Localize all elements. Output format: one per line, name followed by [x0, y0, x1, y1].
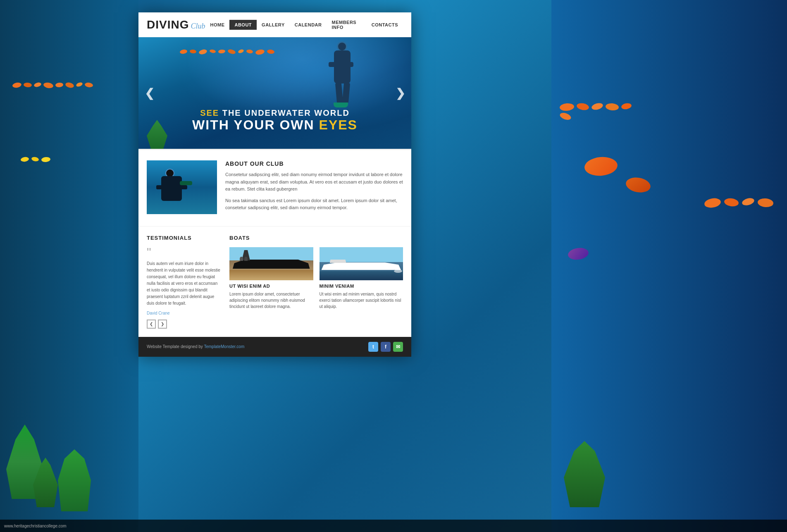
nav-home[interactable]: HOME: [205, 20, 229, 30]
hero-eyes: EYES: [319, 117, 358, 132]
site-nav: HOME ABOUT GALLERY CALENDAR MEMBERS INFO…: [205, 17, 403, 32]
hero-line1-suffix: THE UNDERWATER WORLD: [219, 108, 350, 117]
boat-text-2: Ut wisi enim ad minim veniam, quis nostr…: [320, 291, 403, 310]
logo: DIVING Club: [147, 18, 205, 31]
site-footer: Website Template designed by TemplateMon…: [138, 337, 411, 357]
coral-right-1: [564, 441, 605, 507]
boat-photo-2: [320, 247, 403, 280]
nav-calendar[interactable]: CALENDAR: [290, 20, 327, 30]
about-text-2: No sea takimata sanctus est Lorem ipsum …: [225, 197, 403, 212]
testimonial-author: David Crane: [147, 311, 221, 315]
boats-grid: UT WISI ENIM AD Lorem ipsum dolor amet, …: [229, 247, 403, 310]
about-diver-photo: [147, 160, 217, 214]
coral-left-3: [58, 449, 91, 511]
boat-image-2: [320, 247, 403, 280]
hero-fish: [180, 50, 283, 55]
nav-contacts[interactable]: CONTACTS: [367, 20, 403, 30]
boats-title: BOATS: [229, 235, 403, 241]
about-image-inner: [147, 160, 217, 214]
slider-arrow-right[interactable]: ❯: [396, 86, 405, 100]
social-twitter-icon[interactable]: t: [368, 342, 378, 352]
water-line-2: [320, 271, 403, 280]
testimonials-title: TESTIMONIALS: [147, 235, 221, 241]
boat-people: [240, 257, 248, 261]
nav-gallery[interactable]: GALLERY: [257, 20, 290, 30]
testimonial-nav: ❮ ❯: [147, 320, 221, 329]
bottom-sections: TESTIMONIALS " Duis autem vel eum iriure…: [138, 226, 411, 337]
about-text-1: Consetetur sadipscing elitr, sed diam no…: [225, 171, 403, 193]
logo-diving: DIVING: [147, 18, 189, 31]
site-header: DIVING Club HOME ABOUT GALLERY CALENDAR …: [138, 12, 411, 37]
hero-see: SEE: [200, 108, 219, 117]
nav-about[interactable]: ABOUT: [229, 20, 257, 30]
testimonials-column: TESTIMONIALS " Duis autem vel eum iriure…: [147, 235, 229, 329]
testimonial-text: Duis autem vel eum iriure dolor in hendr…: [147, 260, 221, 307]
browser-bar: www.heritagechristiancollege.com: [0, 520, 787, 532]
fish-cluster-left-2: [21, 157, 103, 162]
hero-diver: [324, 41, 362, 107]
boats-column: BOATS: [229, 235, 403, 329]
testimonial-prev[interactable]: ❮: [147, 320, 156, 329]
about-image: [147, 160, 217, 214]
nav-members[interactable]: MEMBERS INFO: [327, 17, 366, 32]
hero-line2: WITH YOUR OWN EYES: [163, 118, 386, 132]
logo-club: Club: [191, 22, 205, 31]
boat-card-1: UT WISI ENIM AD Lorem ipsum dolor amet, …: [229, 247, 313, 310]
boat-card-2: MINIM VENIAM Ut wisi enim ad minim venia…: [320, 247, 403, 310]
boat-hull-2: [322, 262, 401, 270]
social-email-icon[interactable]: ✉: [393, 342, 403, 352]
about-title: ABOUT OUR CLUB: [225, 160, 403, 167]
purple-fish: [567, 247, 589, 261]
big-fish-right: [584, 156, 618, 177]
about-content: ABOUT OUR CLUB Consetetur sadipscing eli…: [225, 160, 403, 216]
boat-top-2: [330, 260, 346, 263]
site-container: DIVING Club HOME ABOUT GALLERY CALENDAR …: [138, 12, 411, 357]
boat-photo-1: [229, 247, 313, 280]
hero-line1: SEE THE UNDERWATER WORLD: [163, 108, 386, 118]
boat-title-1: UT WISI ENIM AD: [229, 284, 313, 289]
about-section: ABOUT OUR CLUB Consetetur sadipscing eli…: [138, 149, 411, 226]
fish-cluster-left: [12, 83, 95, 88]
social-facebook-icon[interactable]: f: [381, 342, 391, 352]
boat-wake: [394, 270, 402, 273]
boat-image-1: [229, 247, 313, 280]
hero-slider: SEE THE UNDERWATER WORLD WITH YOUR OWN E…: [138, 37, 411, 149]
water-line-1: [229, 270, 313, 280]
bg-right-panel: [551, 0, 787, 532]
boat-text-1: Lorem ipsum dolor amet, consectetuer adi…: [229, 291, 313, 310]
slider-arrow-left[interactable]: ❮: [145, 86, 154, 100]
testimonial-next[interactable]: ❯: [158, 320, 167, 329]
fish-cluster-right-2: [704, 198, 779, 208]
browser-url: www.heritagechristiancollege.com: [4, 524, 67, 528]
boat-title-2: MINIM VENIAM: [320, 284, 403, 289]
big-fish-right-2: [625, 176, 651, 194]
boat-hull-1: [233, 260, 310, 269]
footer-link[interactable]: TemplateMonster.com: [204, 344, 244, 349]
diver-figure-about: [155, 169, 209, 210]
hero-text-block: SEE THE UNDERWATER WORLD WITH YOUR OWN E…: [138, 108, 411, 132]
bg-left-panel: [0, 0, 138, 532]
footer-label: Website Template designed by: [147, 344, 203, 349]
testimonial-quote-icon: ": [147, 247, 221, 257]
social-icons: t f ✉: [368, 342, 403, 352]
hero-line2-prefix: WITH YOUR OWN: [192, 117, 319, 132]
fish-cluster-right-1: [560, 103, 642, 119]
footer-text: Website Template designed by TemplateMon…: [147, 344, 244, 349]
